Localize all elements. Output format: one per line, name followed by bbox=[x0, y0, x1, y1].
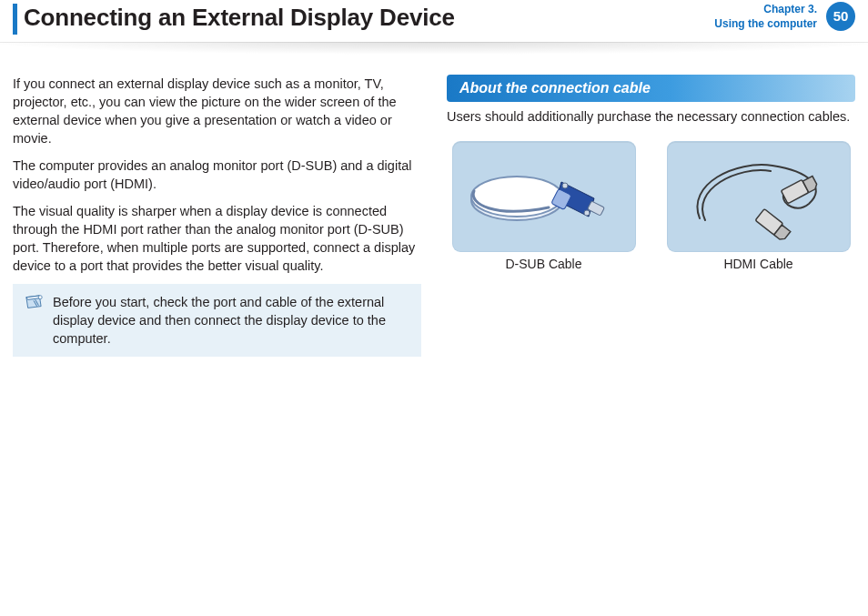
chapter-line-2: Using the computer bbox=[714, 16, 817, 31]
cable-item-hdmi: HDMI Cable bbox=[668, 142, 850, 271]
chapter-line-1: Chapter 3. bbox=[714, 2, 817, 16]
page-number-badge: 50 bbox=[826, 2, 855, 31]
hdmi-cable-label: HDMI Cable bbox=[668, 257, 850, 271]
note-icon bbox=[24, 295, 44, 311]
intro-paragraph-1: If you connect an external display devic… bbox=[13, 75, 421, 147]
hdmi-cable-illustration bbox=[668, 142, 850, 251]
cable-item-dsub: D-SUB Cable bbox=[453, 142, 635, 271]
page-title: Connecting an External Display Device bbox=[24, 4, 455, 32]
content-columns: If you connect an external display devic… bbox=[13, 75, 855, 603]
section-paragraph: Users should additionally purchase the n… bbox=[447, 107, 855, 126]
svg-point-0 bbox=[38, 296, 42, 299]
left-column: If you connect an external display devic… bbox=[13, 75, 421, 603]
chapter-label: Chapter 3. Using the computer bbox=[714, 2, 817, 31]
intro-paragraph-3: The visual quality is sharper when a dis… bbox=[13, 202, 421, 275]
page-header: Connecting an External Display Device Ch… bbox=[0, 0, 868, 43]
right-column: About the connection cable Users should … bbox=[447, 75, 855, 603]
dsub-cable-label: D-SUB Cable bbox=[453, 257, 635, 271]
title-accent-bar bbox=[13, 4, 17, 35]
svg-point-5 bbox=[562, 183, 568, 188]
svg-point-6 bbox=[584, 210, 590, 216]
cable-row: D-SUB Cable bbox=[447, 142, 855, 271]
note-box: Before you start, check the port and cab… bbox=[13, 284, 421, 357]
note-text: Before you start, check the port and cab… bbox=[53, 295, 386, 346]
header-shadow bbox=[0, 42, 868, 60]
section-heading: About the connection cable bbox=[447, 75, 855, 102]
intro-paragraph-2: The computer provides an analog monitor … bbox=[13, 157, 421, 193]
dsub-cable-illustration bbox=[453, 142, 635, 251]
